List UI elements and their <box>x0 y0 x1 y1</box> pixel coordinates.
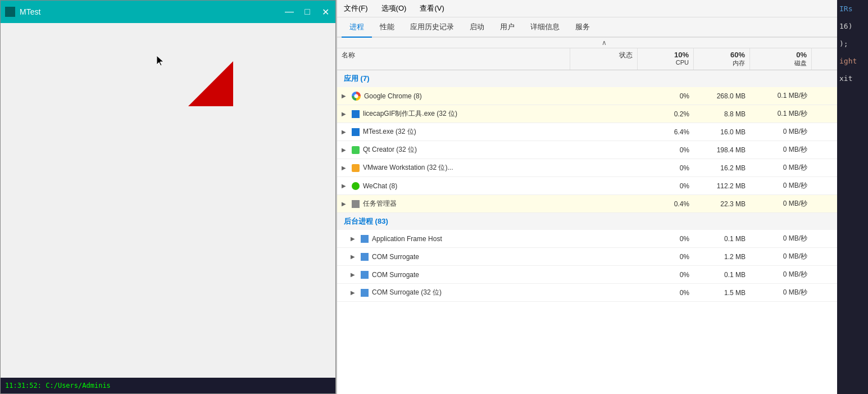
generic-icon <box>361 235 369 243</box>
cpu-pct: 10% <box>642 51 689 59</box>
code-line-4: ight <box>837 52 868 70</box>
process-name-label: COM Surrogate <box>372 271 419 279</box>
tab-details[interactable]: 详细信息 <box>522 17 567 38</box>
process-name-label: licecapGIF制作工具.exe (32 位) <box>363 109 457 119</box>
chrome-icon <box>352 92 361 101</box>
process-disk: 0 MB/秒 <box>750 161 812 175</box>
expand-arrow-icon[interactable]: ▶ <box>342 129 348 135</box>
table-row[interactable]: ▶Google Chrome (8)0%268.0 MB0.1 MB/秒0 Mb… <box>337 87 868 105</box>
process-name-label: Qt Creator (32 位) <box>363 145 417 155</box>
generic-icon <box>361 271 369 279</box>
expand-arrow-icon[interactable]: ▶ <box>351 289 357 296</box>
code-line-5: xit <box>837 70 868 87</box>
expand-arrow-icon[interactable]: ▶ <box>351 271 357 278</box>
menu-view[interactable]: 查看(V) <box>417 2 446 15</box>
process-cpu: 0% <box>638 287 694 299</box>
col-disk[interactable]: 0% 磁盘 <box>750 48 812 70</box>
table-row[interactable]: ▶MTest.exe (32 位)6.4%16.0 MB0 MB/秒0 Mbps <box>337 123 868 141</box>
tab-startup[interactable]: 启动 <box>462 17 492 38</box>
process-memory: 16.0 MB <box>694 126 750 138</box>
process-status <box>570 184 638 188</box>
process-name-label: Google Chrome (8) <box>364 92 422 100</box>
table-row[interactable]: ▶COM Surrogate (32 位)0%1.5 MB0 MB/秒0 Mbp… <box>337 284 868 302</box>
cpu-label: CPU <box>642 59 689 66</box>
process-memory: 16.2 MB <box>694 162 750 174</box>
process-disk: 0.1 MB/秒 <box>750 107 812 121</box>
process-disk: 0 MB/秒 <box>750 197 812 211</box>
process-cpu: 0% <box>638 251 694 263</box>
tab-performance[interactable]: 性能 <box>372 17 402 38</box>
process-name-label: COM Surrogate (32 位) <box>372 288 442 297</box>
expand-arrow-icon[interactable]: ▶ <box>342 93 348 99</box>
process-name-cell: ▶Qt Creator (32 位) <box>337 143 570 157</box>
menu-file[interactable]: 文件(F) <box>342 2 370 15</box>
mem-label: 内存 <box>698 59 745 67</box>
process-status <box>570 255 638 259</box>
process-cpu: 0% <box>638 233 694 245</box>
maximize-button[interactable]: □ <box>302 7 313 17</box>
process-memory: 1.5 MB <box>694 287 750 299</box>
expand-arrow-icon[interactable]: ▶ <box>342 165 348 171</box>
tab-app-history[interactable]: 应用历史记录 <box>402 17 462 38</box>
tab-processes[interactable]: 进程 <box>342 17 372 38</box>
process-cpu: 0% <box>638 162 694 174</box>
process-disk: 0 MB/秒 <box>750 268 812 282</box>
table-row[interactable]: ▶Qt Creator (32 位)0%198.4 MB0 MB/秒0 Mbps <box>337 141 868 159</box>
process-cpu: 0% <box>638 144 694 156</box>
process-name-cell: ▶WeChat (8) <box>337 180 570 192</box>
process-name-cell: ▶Application Frame Host <box>337 233 570 245</box>
table-row[interactable]: ▶licecapGIF制作工具.exe (32 位)0.2%8.8 MB0.1 … <box>337 105 868 123</box>
close-button[interactable]: ✕ <box>320 7 331 17</box>
mtest-statusbar: 11:31:52: C:/Users/Adminis <box>1 378 335 393</box>
generic-icon <box>361 289 369 297</box>
process-status <box>570 273 638 277</box>
process-status <box>570 237 638 241</box>
col-cpu[interactable]: 10% CPU <box>638 48 694 70</box>
process-cpu: 0.4% <box>638 198 694 210</box>
tab-users[interactable]: 用户 <box>492 17 522 38</box>
taskmanager-window: 文件(F) 选项(O) 查看(V) 进程 性能 应用历史记录 启动 用户 详细信… <box>337 0 868 394</box>
expand-arrow-icon[interactable]: ▶ <box>342 201 348 207</box>
code-line-2: 16) <box>837 17 868 35</box>
tab-services[interactable]: 服务 <box>567 17 598 38</box>
table-row[interactable]: ▶任务管理器0.4%22.3 MB0 MB/秒0 Mbps <box>337 195 868 213</box>
process-cpu: 0.2% <box>638 108 694 120</box>
process-name-label: WeChat (8) <box>363 182 397 190</box>
col-name[interactable]: 名称 <box>337 48 570 70</box>
expand-arrow-icon[interactable]: ▶ <box>342 183 348 189</box>
triangle-shape <box>188 61 233 106</box>
mtest-titlebar: MTest — □ ✕ <box>1 1 335 23</box>
taskmanager-menubar: 文件(F) 选项(O) 查看(V) <box>337 0 868 17</box>
table-row[interactable]: ▶WeChat (8)0%112.2 MB0 MB/秒0 Mbps <box>337 177 868 195</box>
table-row[interactable]: ▶Application Frame Host0%0.1 MB0 MB/秒0 M… <box>337 230 868 248</box>
process-memory: 198.4 MB <box>694 144 750 156</box>
process-name-label: 任务管理器 <box>363 199 397 209</box>
process-status <box>570 166 638 170</box>
expand-arrow-icon[interactable]: ▶ <box>351 253 357 260</box>
process-cpu: 0% <box>638 90 694 102</box>
menu-options[interactable]: 选项(O) <box>379 2 409 15</box>
table-row[interactable]: ▶VMware Workstation (32 位)...0%16.2 MB0 … <box>337 159 868 177</box>
bg-section-header: 后台进程 (83) <box>337 213 868 230</box>
minimize-button[interactable]: — <box>284 7 295 17</box>
expand-arrow-icon[interactable]: ▶ <box>342 111 348 117</box>
process-status <box>570 112 638 116</box>
process-name-cell: ▶Google Chrome (8) <box>337 89 570 103</box>
process-disk: 0 MB/秒 <box>750 286 812 300</box>
process-list[interactable]: 应用 (7) ▶Google Chrome (8)0%268.0 MB0.1 M… <box>337 70 868 394</box>
process-disk: 0 MB/秒 <box>750 250 812 264</box>
table-row[interactable]: ▶COM Surrogate0%1.2 MB0 MB/秒0 Mbps <box>337 248 868 266</box>
col-mem[interactable]: 60% 内存 <box>694 48 750 70</box>
process-cpu: 0% <box>638 269 694 281</box>
process-disk: 0 MB/秒 <box>750 232 812 246</box>
process-disk: 0 MB/秒 <box>750 143 812 157</box>
expand-arrow-icon[interactable]: ▶ <box>342 147 348 153</box>
process-name-cell: ▶COM Surrogate <box>337 251 570 263</box>
process-name-cell: ▶MTest.exe (32 位) <box>337 125 570 139</box>
expand-arrow-icon[interactable]: ▶ <box>351 236 357 242</box>
process-disk: 0 MB/秒 <box>750 179 812 193</box>
process-name-cell: ▶COM Surrogate (32 位) <box>337 286 570 300</box>
mem-pct: 60% <box>698 51 745 59</box>
table-row[interactable]: ▶COM Surrogate0%0.1 MB0 MB/秒0 Mbps <box>337 266 868 284</box>
process-name-label: VMware Workstation (32 位)... <box>363 163 453 173</box>
